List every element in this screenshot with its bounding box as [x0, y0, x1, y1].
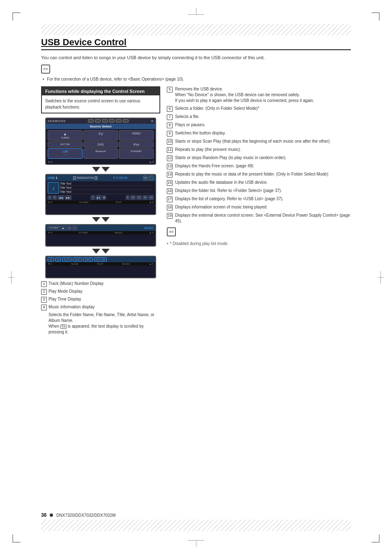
- arrow-2: [92, 216, 110, 223]
- source-btn-tuner[interactable]: ▲ TUNER: [48, 130, 83, 141]
- functions-header: Functions while displaying the Control S…: [42, 87, 159, 95]
- usb-btn-8[interactable]: ■: [102, 195, 106, 200]
- pl-btn-17[interactable]: PLST: [73, 257, 82, 261]
- music-btn-fo-rep[interactable]: FO·REP: [48, 226, 60, 230]
- playlist-screen: 15 16 PLST PLST INFO EXT SW ▼:3 SLIDE PL…: [45, 256, 156, 278]
- source-btn-extsw[interactable]: EXT SW: [48, 141, 83, 148]
- hdr-btn-6: [123, 119, 129, 123]
- crosshair-right: [378, 278, 384, 278]
- usb-right-icons: ⊕: [143, 176, 154, 180]
- intro-text: You can control and listen to songs in y…: [41, 54, 351, 61]
- corner-br: [371, 534, 380, 543]
- disabled-note-row: • * Disabled during play list mode.: [167, 241, 351, 246]
- source-btn-tv[interactable]: TV: [83, 130, 118, 141]
- main-content: USB Device Control You can control and l…: [41, 37, 351, 518]
- functions-box: Functions while displaying the Control S…: [41, 86, 160, 113]
- label-4-sub: Selects the Folder Name, File Name, TItl…: [48, 312, 160, 335]
- screen-container: KENWOOD ⊕ Source Select: [41, 118, 160, 278]
- screen-labels: 1 Track (Music) Number Display 2 Play Mo…: [41, 281, 160, 335]
- pl-btn-15[interactable]: 15: [48, 257, 54, 261]
- svg-rect-3: [41, 520, 351, 531]
- usb-btn-next[interactable]: ▶▶: [65, 195, 71, 200]
- badge-2: 2: [41, 289, 47, 295]
- pl-btn-extsw[interactable]: EXT SW: [94, 257, 107, 261]
- source-btn-dvd[interactable]: DVD: [83, 141, 118, 148]
- source-select-screen: KENWOOD ⊕ Source Select: [45, 118, 156, 165]
- usb-btn-play[interactable]: ▶‖: [96, 195, 101, 200]
- usb-btn-11[interactable]: 11: [136, 195, 142, 200]
- usb-btn-12[interactable]: 12: [143, 195, 148, 200]
- usb-text-area: Title Text Title Text Title Text: [60, 182, 154, 194]
- corner-tl: [12, 12, 21, 21]
- right-item-7: 7 Selects a file.: [167, 114, 351, 120]
- label-2: 2 Play Mode Display: [41, 289, 160, 295]
- badge-3: 3: [41, 297, 47, 303]
- usb-btn-row: A B ◀◀ ▶▶ 7 ▶‖ ■ 9 10: [46, 194, 155, 201]
- usb-btn-group-1: A B ◀◀ ▶▶: [48, 195, 71, 200]
- crosshair-top: [188, 8, 204, 15]
- header-icons: [88, 119, 129, 123]
- usb-btn-9[interactable]: 9: [126, 195, 129, 200]
- usb-btn-prev[interactable]: ◀◀: [58, 195, 64, 200]
- diag-strip-bottom: [41, 520, 351, 531]
- usb-artwork: ♪: [48, 182, 59, 194]
- right-item-9: 9 Switches the button display.: [167, 130, 351, 136]
- source-grid: ▲ TUNER TV VIDEO EXT SW DV: [46, 129, 155, 160]
- crosshair-left: [8, 278, 14, 278]
- right-item-6: 6 Selects a folder. (Only in Folder Sele…: [167, 106, 351, 112]
- music-btn-play[interactable]: ▶: [61, 226, 66, 230]
- right-list: 5 Removes the USB device.When "No Device…: [167, 86, 351, 224]
- source-btn-ipod[interactable]: iPod: [119, 141, 154, 148]
- source-btn-video[interactable]: VIDEO: [119, 130, 154, 141]
- kenwood-logo: KENWOOD: [48, 120, 66, 123]
- bullet-dot: •: [43, 77, 44, 81]
- right-item-11: 11 Repeats to play (the present music).: [167, 147, 351, 153]
- music-btn-pause[interactable]: ‖: [67, 226, 71, 230]
- hdr-btn-1: [88, 119, 94, 123]
- note-icon-2: ≡≡: [167, 227, 176, 236]
- left-column: Functions while displaying the Control S…: [41, 86, 160, 335]
- usb-btn-13[interactable]: 13: [148, 195, 154, 200]
- bullet-note: • For the connection of a USB device, re…: [43, 77, 351, 81]
- source-bottom: ▼:3 ▲:5: [46, 160, 155, 164]
- source-btn-bluetooth[interactable]: Bluetooth: [83, 148, 118, 159]
- usb-top-bar: USB 1 2 00002/02794 3 P 0 00:05 ⊕: [46, 175, 155, 181]
- bullet-dot-2: •: [167, 241, 168, 246]
- source-btn-standby[interactable]: STANDBY: [119, 148, 154, 159]
- usb-btn-a[interactable]: A: [48, 195, 52, 200]
- usb-btn-10[interactable]: 10: [130, 195, 136, 200]
- page-title: USB Device Control: [41, 37, 351, 50]
- usb-bottom-bar: ▼:3 FO·REP PLST ▲:5: [46, 201, 155, 204]
- pl-btn-16[interactable]: 16: [55, 257, 61, 261]
- right-item-8: 8 Plays or pauses.: [167, 122, 351, 128]
- usb-btn-group-3: 9 10 11 12 13: [126, 195, 154, 200]
- music-btn-extra[interactable]: ≡: [72, 226, 77, 230]
- usb-icon-2: [149, 176, 154, 180]
- usb-playback-screen: USB 1 2 00002/02794 3 P 0 00:05 ⊕ ♪: [45, 174, 156, 215]
- corner-tr: [371, 12, 380, 21]
- pl-btn-info[interactable]: INFO: [83, 257, 92, 261]
- arrow-3: [92, 248, 110, 254]
- usb-btn-7[interactable]: 7: [91, 195, 95, 200]
- label-1: 1 Track (Music) Number Display: [41, 281, 160, 287]
- note-icon: ≡≡: [41, 65, 50, 74]
- usb-btn-b[interactable]: B: [53, 195, 57, 200]
- pl-bottom: ▼:3 SLIDE PLST MUSIC ▲:5: [46, 262, 155, 266]
- music-top: FO·REP ▶ ‖ ≡ MUSIC: [46, 225, 155, 231]
- source-header: KENWOOD ⊕: [46, 118, 155, 124]
- music-top-right: MUSIC: [144, 227, 154, 229]
- right-item-19: 19 Displays the external device control …: [167, 213, 351, 224]
- music-bottom: ▼:3 FO·REP MUSIC ▲:5: [46, 231, 155, 234]
- corner-bl: [12, 534, 21, 543]
- functions-body: Switches to the source control screen to…: [42, 95, 159, 113]
- right-item-10: 10 Starts or stops Scan Play (that plays…: [167, 139, 351, 145]
- page-model: DNX7320/DDX7032/DDX7032M: [56, 513, 115, 518]
- badge-4: 4: [41, 305, 47, 310]
- right-item-17: 17 Displays the list of category. Refer …: [167, 196, 351, 202]
- hdr-btn-3: [102, 119, 108, 123]
- source-btn-usb[interactable]: USB ☞: [48, 148, 83, 159]
- usb-icon-1: ⊕: [143, 176, 148, 180]
- usb-btn-group-2: 7 ▶‖ ■: [91, 195, 106, 200]
- pl-btn-plst[interactable]: PLST: [62, 257, 71, 261]
- page-bullet: [50, 513, 53, 517]
